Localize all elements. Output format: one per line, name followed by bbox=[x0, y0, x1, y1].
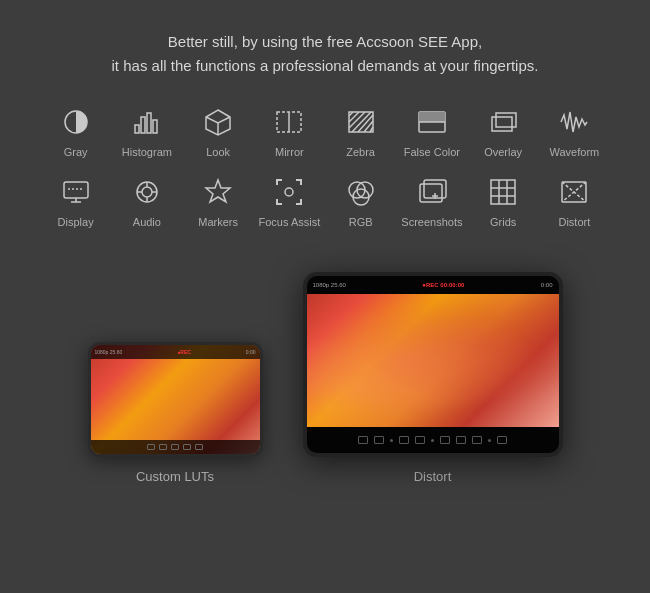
icon-rgb[interactable]: RGB bbox=[326, 174, 396, 228]
tablet-wrapper: 1080p 25.60 ●REC 00:00:00 0:00 bbox=[303, 272, 563, 484]
tablet-dot-sep-1 bbox=[390, 439, 393, 442]
tablet-mini-icon-6 bbox=[456, 436, 466, 444]
screenshots-label: Screenshots bbox=[401, 216, 462, 228]
zebra-icon bbox=[343, 104, 379, 140]
svg-point-27 bbox=[142, 187, 152, 197]
icon-gray[interactable]: Gray bbox=[41, 104, 111, 158]
icon-overlay[interactable]: Overlay bbox=[468, 104, 538, 158]
rgb-icon bbox=[343, 174, 379, 210]
phone-topbar: 1080p 25.60 ●REC 0:00 bbox=[91, 345, 260, 359]
waveform-label: Waveform bbox=[550, 146, 600, 158]
tablet-mini-icon-4 bbox=[415, 436, 425, 444]
tablet-mini-icon-3 bbox=[399, 436, 409, 444]
phone-mini-icon-3 bbox=[171, 444, 179, 450]
gray-icon bbox=[58, 104, 94, 140]
tablet-screen: 1080p 25.60 ●REC 00:00:00 0:00 bbox=[307, 276, 559, 453]
focus-assist-icon bbox=[271, 174, 307, 210]
headline: Better still, by using the free Accsoon … bbox=[112, 30, 539, 78]
phone-bottombar bbox=[91, 440, 260, 454]
icons-row-2: Display Audio bbox=[40, 174, 610, 228]
gray-label: Gray bbox=[64, 146, 88, 158]
svg-rect-20 bbox=[492, 117, 512, 131]
tablet-dot-sep-3 bbox=[488, 439, 491, 442]
overlay-icon bbox=[485, 104, 521, 140]
screenshots-icon bbox=[414, 174, 450, 210]
icon-audio[interactable]: Audio bbox=[112, 174, 182, 228]
tablet-mini-icon-7 bbox=[472, 436, 482, 444]
histogram-label: Histogram bbox=[122, 146, 172, 158]
icon-screenshots[interactable]: Screenshots bbox=[397, 174, 467, 228]
tablet-mini-icon-2 bbox=[374, 436, 384, 444]
icon-histogram[interactable]: Histogram bbox=[112, 104, 182, 158]
svg-rect-2 bbox=[141, 117, 145, 133]
phone-mini-icon-2 bbox=[159, 444, 167, 450]
svg-marker-32 bbox=[206, 180, 230, 202]
tablet-mini-icon-8 bbox=[497, 436, 507, 444]
phone-screen: 1080p 25.60 ●REC 0:00 bbox=[91, 345, 260, 454]
svg-rect-3 bbox=[147, 113, 151, 133]
tablet-dot-sep-2 bbox=[431, 439, 434, 442]
phone-device: 1080p 25.60 ●REC 0:00 bbox=[88, 342, 263, 457]
devices-section: 1080p 25.60 ●REC 0:00 Custom L bbox=[40, 272, 610, 484]
look-label: Look bbox=[206, 146, 230, 158]
false-color-icon bbox=[414, 104, 450, 140]
audio-icon bbox=[129, 174, 165, 210]
rgb-label: RGB bbox=[349, 216, 373, 228]
mirror-label: Mirror bbox=[275, 146, 304, 158]
false-color-label: False Color bbox=[404, 146, 460, 158]
histogram-icon bbox=[129, 104, 165, 140]
svg-point-33 bbox=[285, 188, 293, 196]
phone-mini-icon-5 bbox=[195, 444, 203, 450]
distort-label: Distort bbox=[558, 216, 590, 228]
headline-line2: it has all the functions a professional … bbox=[112, 57, 539, 74]
svg-rect-22 bbox=[64, 182, 88, 198]
icon-mirror[interactable]: Mirror bbox=[254, 104, 324, 158]
display-label: Display bbox=[58, 216, 94, 228]
phone-wrapper: 1080p 25.60 ●REC 0:00 Custom L bbox=[88, 342, 263, 484]
icons-row-1: Gray Histogram bbox=[40, 104, 610, 158]
icon-look[interactable]: Look bbox=[183, 104, 253, 158]
tablet-mini-icon-1 bbox=[358, 436, 368, 444]
markers-icon bbox=[200, 174, 236, 210]
icons-grid: Gray Histogram bbox=[40, 104, 610, 244]
audio-label: Audio bbox=[133, 216, 161, 228]
icon-focus-assist[interactable]: Focus Assist bbox=[254, 174, 324, 228]
tablet-label: Distort bbox=[414, 469, 452, 484]
icon-distort[interactable]: Distort bbox=[539, 174, 609, 228]
distort-icon bbox=[556, 174, 592, 210]
phone-rec-indicator: ●REC bbox=[177, 349, 191, 355]
tablet-rec-indicator: ●REC 00:00:00 bbox=[422, 282, 464, 288]
tablet-bottombar bbox=[307, 427, 559, 453]
grids-icon bbox=[485, 174, 521, 210]
overlay-label: Overlay bbox=[484, 146, 522, 158]
phone-mini-icon-4 bbox=[183, 444, 191, 450]
icon-markers[interactable]: Markers bbox=[183, 174, 253, 228]
mirror-icon bbox=[271, 104, 307, 140]
icon-waveform[interactable]: Waveform bbox=[539, 104, 609, 158]
svg-rect-1 bbox=[135, 125, 139, 133]
phone-mini-icon-1 bbox=[147, 444, 155, 450]
phone-label: Custom LUTs bbox=[136, 469, 214, 484]
icon-grids[interactable]: Grids bbox=[468, 174, 538, 228]
grids-label: Grids bbox=[490, 216, 516, 228]
zebra-label: Zebra bbox=[346, 146, 375, 158]
icon-display[interactable]: Display bbox=[41, 174, 111, 228]
tablet-image bbox=[307, 294, 559, 427]
tablet-topbar: 1080p 25.60 ●REC 00:00:00 0:00 bbox=[307, 276, 559, 294]
look-icon bbox=[200, 104, 236, 140]
svg-rect-18 bbox=[419, 112, 445, 122]
icon-zebra[interactable]: Zebra bbox=[326, 104, 396, 158]
svg-rect-21 bbox=[496, 113, 516, 127]
markers-label: Markers bbox=[198, 216, 238, 228]
icon-false-color[interactable]: False Color bbox=[397, 104, 467, 158]
focus-assist-label: Focus Assist bbox=[259, 216, 321, 228]
tablet-device: 1080p 25.60 ●REC 00:00:00 0:00 bbox=[303, 272, 563, 457]
display-icon bbox=[58, 174, 94, 210]
svg-rect-4 bbox=[153, 120, 157, 133]
svg-rect-41 bbox=[491, 180, 515, 204]
waveform-icon bbox=[556, 104, 592, 140]
main-container: Better still, by using the free Accsoon … bbox=[0, 0, 650, 593]
headline-line1: Better still, by using the free Accsoon … bbox=[168, 33, 482, 50]
tablet-mini-icon-5 bbox=[440, 436, 450, 444]
flamingo-overlay bbox=[307, 294, 559, 427]
